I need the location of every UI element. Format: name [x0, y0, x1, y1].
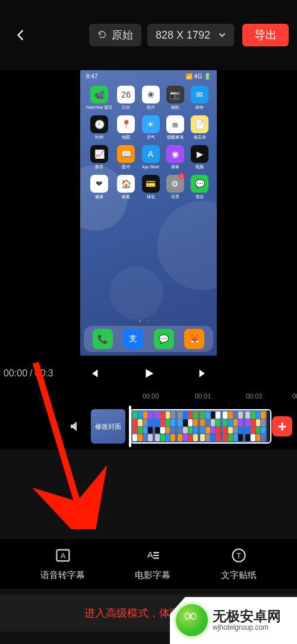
svg-text:T: T [236, 551, 241, 560]
preview-app: 📹FaceTime 通话 [86, 86, 112, 111]
back-button[interactable] [14, 29, 27, 42]
preview-app: ⚙设置1 [164, 175, 186, 200]
movie-subtitle-icon: A [144, 547, 161, 564]
preview-area: 8:47 📶 4G 🔋 📹FaceTime 通话26日历❀照片📷相机✉邮件🕘时钟… [0, 70, 297, 356]
watermark-logo-icon: ∞ [176, 604, 208, 636]
tool-label: 文字贴纸 [221, 570, 257, 581]
preview-dock: 📞支💬🦊 [84, 326, 213, 352]
preview-app: ❀照片 [140, 86, 162, 111]
preview-phone[interactable]: 8:47 📶 4G 🔋 📹FaceTime 通话26日历❀照片📷相机✉邮件🕘时钟… [80, 70, 217, 356]
dock-app-wechat: 💬 [154, 329, 174, 349]
time-ruler[interactable]: 00:00 00:01 00:02 00: [0, 391, 297, 403]
preview-app: 📈股市 [86, 145, 112, 170]
resolution-text: 828 X 1792 [156, 29, 210, 42]
ruler-tick: 00:01 [195, 392, 211, 400]
preview-app: 🏠家庭 [115, 175, 137, 200]
editor-header: 原始 828 X 1792 导出 [0, 0, 297, 70]
total-time: 00:3 [35, 368, 53, 379]
export-label: 导出 [254, 27, 277, 43]
cover-label: 修改封面 [95, 422, 121, 431]
page-indicator: • · · [80, 318, 217, 323]
video-clip[interactable] [130, 409, 271, 444]
preview-app: 💳钱包 [140, 175, 162, 200]
preview-app: ❤健康 [86, 175, 112, 200]
dock-app-phone: 📞 [93, 329, 113, 349]
preview-app: 📖图书 [115, 145, 137, 170]
playhead[interactable] [129, 406, 131, 447]
tool-label: 语音转字幕 [40, 570, 85, 581]
play-button[interactable] [142, 367, 155, 380]
preview-app: ≣提醒事项 [164, 115, 186, 140]
time-separator: / [30, 368, 32, 379]
preview-statusbar: 8:47 📶 4G 🔋 [80, 70, 217, 82]
mute-button[interactable] [68, 419, 83, 433]
preview-app: AApp Store [140, 145, 162, 170]
svg-text:A: A [60, 551, 65, 560]
text-sticker-button[interactable]: T 文字贴纸 [221, 547, 257, 581]
playback-bar: 00:00 / 00:3 [0, 356, 297, 391]
preview-app: ☀天气 [140, 115, 162, 140]
preview-app: 26日历 [115, 86, 137, 111]
aspect-ratio-button[interactable]: 原始 [89, 24, 141, 46]
watermark-url: wjhotelgroup.com [213, 624, 281, 632]
add-clip-button[interactable]: + [272, 416, 292, 436]
prev-frame-button[interactable] [87, 367, 100, 380]
export-button[interactable]: 导出 [242, 24, 289, 46]
preview-app: 📷相机 [164, 86, 186, 111]
svg-text:A: A [147, 549, 154, 559]
chevron-down-icon [219, 32, 226, 39]
chevron-left-icon [14, 29, 27, 42]
aspect-label: 原始 [112, 28, 133, 42]
status-time: 8:47 [86, 73, 97, 80]
dock-app-uc: 🦊 [184, 329, 204, 349]
preview-app-grid: 📹FaceTime 通话26日历❀照片📷相机✉邮件🕘时钟📍地图☀天气≣提醒事项📄… [80, 82, 217, 200]
tool-label: 电影字幕 [135, 570, 170, 581]
preview-app: ▶视频 [189, 145, 211, 170]
preview-app: ✉邮件 [189, 86, 211, 111]
voice-subtitle-icon: A [55, 547, 71, 564]
watermark: ∞ 无极安卓网 wjhotelgroup.com [176, 604, 281, 636]
preview-app: 💬信息 [189, 175, 211, 200]
current-time: 00:00 [4, 368, 27, 379]
ruler-tick: 00:02 [246, 392, 263, 400]
next-frame-button[interactable] [197, 367, 210, 380]
resolution-button[interactable]: 828 X 1792 [147, 24, 234, 46]
watermark-title: 无极安卓网 [213, 608, 281, 624]
ruler-tick: 00: [292, 392, 297, 400]
text-sticker-icon: T [230, 547, 247, 564]
time-display: 00:00 / 00:3 [4, 368, 53, 379]
text-tools-bar: A 语音转字幕 A 电影字幕 T 文字贴纸 [0, 539, 297, 589]
preview-app: 📍地图 [115, 115, 137, 140]
dock-app-alipay: 支 [123, 329, 143, 349]
timeline[interactable]: 修改封面 + [0, 403, 297, 450]
rotate-icon [97, 30, 107, 40]
preview-app: 🕘时钟 [86, 115, 112, 140]
status-right: 📶 4G 🔋 [185, 73, 211, 80]
ruler-tick: 00:00 [143, 392, 159, 400]
edit-cover-button[interactable]: 修改封面 [91, 409, 125, 444]
preview-app: 📄备忘录 [189, 115, 211, 140]
voice-to-subtitle-button[interactable]: A 语音转字幕 [40, 547, 85, 581]
movie-subtitle-button[interactable]: A 电影字幕 [135, 547, 170, 581]
preview-app: ◉播客 [164, 145, 186, 170]
